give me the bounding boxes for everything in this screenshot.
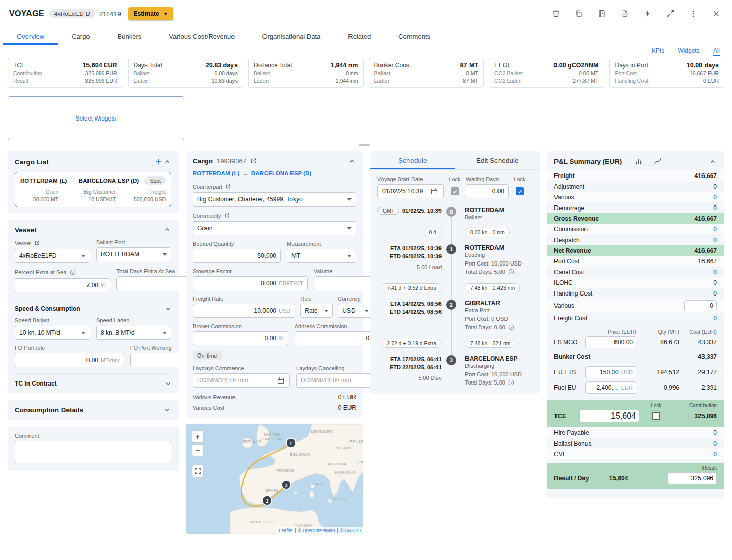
more-menu-button[interactable] <box>688 8 699 19</box>
booked-quantity-input[interactable] <box>193 249 281 263</box>
info-icon[interactable] <box>507 378 515 387</box>
voyage-map[interactable]: 1 2 3 UNITED KINGDOM IRELAND DENMARK BEL… <box>186 424 363 534</box>
pnl-row-ilohc: ILOHC0 <box>547 277 724 288</box>
comment-textarea[interactable] <box>15 441 171 463</box>
timeline-node-2[interactable]: 2 <box>446 300 456 310</box>
timeline-node-b[interactable]: B <box>446 207 456 217</box>
result-per-day-label: Result / Day <box>554 475 589 482</box>
view-kpis-link[interactable]: KPIs <box>652 47 664 56</box>
volume-label: Volume <box>314 268 333 274</box>
timeline-node-1[interactable]: 1 <box>446 244 456 254</box>
leaflet-link[interactable]: Leaflet <box>279 528 292 533</box>
broker-commission-input[interactable]: % <box>193 331 288 345</box>
delete-button[interactable] <box>550 8 562 19</box>
laydays-commence-input[interactable] <box>193 373 290 388</box>
fo-port-idle-input[interactable]: MT/day <box>15 353 124 367</box>
info-icon[interactable] <box>507 323 515 331</box>
speed-consumption-section-header[interactable]: Speed & Consumption <box>15 305 171 312</box>
estimate-button[interactable]: Estimate <box>128 7 173 20</box>
voyage-start-date-input[interactable] <box>377 184 444 198</box>
eu-ets-price-input[interactable]: USD <box>585 366 636 378</box>
calendar-icon[interactable] <box>276 376 285 385</box>
trend-chart-button[interactable] <box>653 157 663 166</box>
zoom-in-button[interactable]: + <box>192 430 204 443</box>
result-input[interactable] <box>668 472 717 484</box>
copy-button[interactable] <box>573 8 584 19</box>
rule-select[interactable]: Rate <box>300 304 333 318</box>
quick-actions-button[interactable] <box>642 8 653 19</box>
select-widgets-box[interactable]: Select Widgets <box>8 96 184 140</box>
view-all-link[interactable]: All <box>713 47 720 56</box>
pnl-row-canal-cost: Canal Cost0 <box>547 267 724 277</box>
commodity-select[interactable]: Grain <box>193 221 356 235</box>
percent-extra-input[interactable]: % <box>15 278 110 292</box>
cargo-item-from: ROTTERDAM (L) <box>20 178 67 184</box>
tce-lock-checkbox[interactable] <box>652 412 660 420</box>
fuel-eu-price-input[interactable]: EUR <box>585 381 636 394</box>
currency-select[interactable]: USD <box>338 304 373 318</box>
select-widgets-link[interactable]: Select Widgets <box>75 115 116 122</box>
stowage-factor-input[interactable]: CBFT/MT <box>193 276 308 290</box>
collapse-vessel-button[interactable] <box>163 226 171 234</box>
waiting-days-lock-checkbox[interactable] <box>516 187 524 195</box>
log-button[interactable] <box>596 8 607 19</box>
bunker-row-fuel-eu: Fuel EU EUR 0.996 2,391 <box>547 380 724 395</box>
openstreetmap-link[interactable]: © OpenStreetMap <box>298 528 335 533</box>
stop-port: ROTTERDAM <box>465 207 533 214</box>
view-widgets-link[interactable]: Widgets <box>678 47 699 56</box>
timeline-node-3[interactable]: 3 <box>446 355 456 365</box>
freight-rate-input[interactable]: USD <box>193 304 295 318</box>
info-icon[interactable] <box>507 268 515 276</box>
ls-mgo-price-input[interactable] <box>585 336 636 348</box>
close-button[interactable] <box>711 8 722 19</box>
bar-chart-button[interactable] <box>634 157 643 166</box>
external-link-icon[interactable] <box>33 239 41 247</box>
pnl-various-input[interactable] <box>684 300 717 311</box>
expand-consumption-details-button[interactable] <box>163 406 171 414</box>
resize-handle[interactable] <box>359 144 370 146</box>
voyage-start-lock-checkbox[interactable] <box>451 187 459 195</box>
tce-input[interactable] <box>579 410 639 422</box>
add-cargo-button[interactable] <box>153 157 163 167</box>
counterpart-select[interactable]: Big Customer, Charterer, 45999, Tokyo <box>193 192 356 207</box>
collapse-cargo-list-button[interactable] <box>163 158 171 166</box>
speed-laden-select[interactable]: 8 kn, 8 MT/d <box>96 326 171 340</box>
measurement-select[interactable]: MT <box>287 249 356 263</box>
map-marker-1: 1 <box>286 438 296 448</box>
expand-button[interactable] <box>665 8 676 19</box>
carto-link[interactable]: © CARTO <box>340 528 361 533</box>
tab-various-cost-revenue[interactable]: Various Cost/Revenue <box>155 27 248 45</box>
map-attribution: Leaflet | © OpenStreetMap | © CARTO <box>276 527 363 534</box>
tab-organisational-data[interactable]: Organisational Data <box>248 27 334 45</box>
collapse-cargo-button[interactable] <box>348 157 356 165</box>
collapse-pnl-button[interactable] <box>709 158 717 166</box>
stop-eta: ETA 14/02/25, 08:56 <box>377 300 442 308</box>
external-link-icon[interactable] <box>223 212 231 219</box>
tab-bunkers[interactable]: Bunkers <box>104 27 156 45</box>
tc-in-contract-section-header[interactable]: TC In Contract <box>15 380 171 387</box>
tab-overview[interactable]: Overview <box>3 27 58 45</box>
speed-ballast-select[interactable]: 10 kn, 10 MT/d <box>15 326 90 340</box>
waiting-days-input[interactable] <box>466 184 509 198</box>
pdf-export-button[interactable]: PDF <box>619 8 630 19</box>
svg-text:1: 1 <box>289 441 292 446</box>
ballast-port-select[interactable]: ROTTERDAM <box>96 247 171 261</box>
tab-related[interactable]: Related <box>334 27 385 45</box>
tce-lock-label: Lock <box>651 403 661 408</box>
tab-edit-schedule[interactable]: Edit Schedule <box>455 151 540 169</box>
pnl-row-net-revenue: Net Revenue416,667 <box>547 245 724 256</box>
route-from-link[interactable]: ROTTERDAM (L) <box>193 170 239 176</box>
external-link-icon[interactable] <box>224 183 232 190</box>
vessel-select[interactable]: 4xRoEeE1FD <box>15 249 90 263</box>
tab-comments[interactable]: Comments <box>385 27 444 45</box>
cargo-list-item[interactable]: ROTTERDAM (L) → BARCELONA ESP (D) Spot G… <box>15 172 171 207</box>
zoom-out-button[interactable]: − <box>192 444 204 456</box>
external-link-icon[interactable] <box>249 157 258 165</box>
tab-schedule[interactable]: Schedule <box>370 151 455 169</box>
tab-cargo[interactable]: Cargo <box>58 27 103 45</box>
route-to-link[interactable]: BARCELONA ESP (D) <box>251 170 311 176</box>
calendar-icon[interactable] <box>430 187 439 196</box>
stop-quantity: 5.00 Load <box>377 264 442 270</box>
info-icon[interactable] <box>69 268 77 276</box>
map-fullscreen-button[interactable] <box>192 465 204 477</box>
